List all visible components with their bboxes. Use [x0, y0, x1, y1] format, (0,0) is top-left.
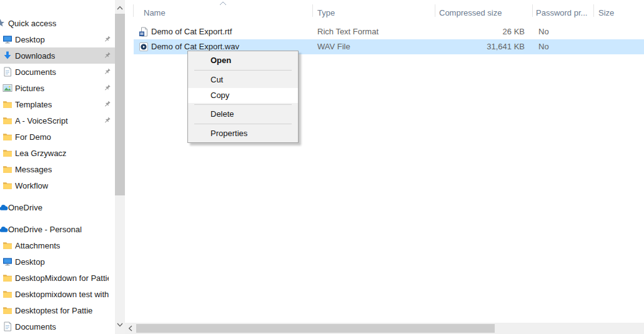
column-resize-handle[interactable] [133, 4, 134, 17]
folder-icon [2, 164, 12, 174]
file-type: WAV File [317, 39, 350, 54]
scroll-down-icon[interactable] [115, 320, 125, 330]
cloud-icon [0, 225, 7, 233]
file-row-demo-of-cat-export-rtf[interactable]: Demo of Cat Export.rtfRich Text Format26… [134, 24, 644, 39]
cloud-icon [0, 203, 7, 212]
quick-access-star-icon [0, 19, 5, 28]
sidebar-item-desktopmixdown-test-with-pl[interactable]: Desktopmixdown test with Pl [0, 286, 115, 302]
sidebar-item-desktoptest-for-pattie[interactable]: Desktoptest for Pattie [0, 302, 115, 318]
sidebar-item-for-demo[interactable]: For Demo [0, 129, 115, 145]
sidebar-item-label: Lea Grzywacz [15, 149, 66, 158]
sidebar-item-messages[interactable]: Messages [0, 161, 115, 177]
file-type: Rich Text Format [317, 24, 379, 39]
sidebar-item-onedrive[interactable]: OneDrive [0, 199, 115, 215]
column-resize-handle[interactable] [593, 4, 594, 17]
sidebar-item-label: Messages [15, 165, 52, 174]
sidebar-item-quick-access[interactable]: Quick access [0, 15, 115, 31]
column-header-size[interactable]: Size [598, 5, 614, 21]
sidebar-scrollbar-thumb[interactable] [115, 14, 125, 195]
sidebar-item-label: Attachments [15, 241, 60, 250]
context-menu-item-delete[interactable]: Delete [188, 106, 298, 122]
folder-icon [2, 273, 12, 283]
sidebar-item-documents[interactable]: Documents [0, 64, 115, 80]
file-password-protected: No [538, 24, 549, 39]
column-resize-handle[interactable] [532, 4, 533, 17]
sidebar-item-label: Quick access [8, 19, 56, 28]
folder-icon [2, 240, 12, 250]
desktop-icon [2, 34, 12, 44]
column-resize-handle[interactable] [312, 4, 313, 17]
sidebar-item-onedrive-personal[interactable]: OneDrive - Personal [0, 221, 115, 237]
column-header-type[interactable]: Type [317, 5, 335, 21]
pin-icon [103, 101, 111, 109]
sidebar-scrollbar[interactable] [115, 0, 125, 334]
navigation-pane: Quick accessDesktopDownloadsDocumentsPic… [0, 0, 115, 334]
folder-icon [2, 99, 12, 109]
pin-icon [103, 84, 111, 92]
context-menu-item-copy[interactable]: Copy [188, 88, 298, 103]
file-name: Demo of Cat Export.rtf [151, 24, 232, 39]
picture-icon [2, 83, 12, 93]
sidebar-item-label: Desktopmixdown test with Pl [15, 290, 109, 299]
pin-icon [103, 68, 111, 76]
sidebar-item-label: DesktopMixdown for Pattie [15, 273, 109, 283]
context-menu-item-open[interactable]: Open [188, 52, 298, 69]
context-menu-item-cut[interactable]: Cut [188, 72, 298, 88]
folder-icon [2, 289, 12, 299]
sidebar-item-label: Templates [15, 100, 52, 109]
context-menu-separator [194, 104, 292, 105]
sidebar-item-templates[interactable]: Templates [0, 96, 115, 112]
pin-icon [103, 36, 111, 44]
sidebar-item-label: Workflow [15, 181, 48, 190]
sidebar-item-desktop[interactable]: Desktop [0, 31, 115, 47]
sidebar-item-documents[interactable]: Documents [0, 318, 115, 334]
document-icon [2, 322, 12, 332]
sidebar-item-label: Desktop [15, 35, 45, 44]
sidebar-item-label: Documents [15, 67, 56, 77]
folder-icon [2, 132, 12, 142]
desktop-icon [2, 257, 12, 267]
context-menu-item-properties[interactable]: Properties [188, 125, 298, 142]
scroll-left-icon[interactable] [125, 323, 136, 334]
column-header-compressed-size[interactable]: Compressed size [439, 5, 502, 21]
sidebar-item-label: A - VoiceScript [15, 116, 68, 125]
folder-icon [2, 115, 12, 125]
file-compressed-size: 26 KB [435, 24, 525, 39]
sidebar-item-label: Desktoptest for Pattie [15, 306, 92, 315]
sidebar-item-label: OneDrive - Personal [8, 225, 82, 234]
sidebar-item-label: Documents [15, 322, 56, 332]
sidebar-item-desktop[interactable]: Desktop [0, 253, 115, 270]
wav-file-icon [139, 42, 149, 52]
sidebar-item-label: Pictures [15, 84, 44, 93]
scroll-up-icon[interactable] [115, 2, 125, 12]
folder-icon [2, 180, 12, 190]
sidebar-item-workflow[interactable]: Workflow [0, 177, 115, 194]
sidebar-item-label: For Demo [15, 132, 51, 142]
rtf-file-icon [139, 27, 149, 37]
downloads-icon [2, 51, 12, 61]
context-menu: OpenCutCopyDeleteProperties [187, 51, 299, 143]
sidebar-item-a-voicescript[interactable]: A - VoiceScript [0, 112, 115, 129]
sidebar-item-downloads[interactable]: Downloads [0, 47, 115, 64]
sidebar-item-pictures[interactable]: Pictures [0, 80, 115, 96]
horizontal-scrollbar-thumb[interactable] [136, 324, 495, 333]
pin-icon [103, 52, 111, 60]
column-resize-handle[interactable] [435, 4, 435, 17]
horizontal-scrollbar[interactable] [125, 323, 644, 334]
pin-icon [103, 117, 111, 125]
sort-ascending-icon [219, 1, 227, 6]
context-menu-separator [194, 70, 292, 71]
column-header-name[interactable]: Name [144, 5, 166, 21]
column-header-password-pr[interactable]: Password pr... [536, 5, 587, 21]
folder-icon [2, 305, 12, 315]
document-icon [2, 67, 12, 77]
sidebar-item-label: OneDrive [8, 203, 42, 212]
file-compressed-size: 31,641 KB [435, 39, 525, 54]
context-menu-separator [194, 124, 292, 124]
sidebar-item-desktopmixdown-for-pattie[interactable]: DesktopMixdown for Pattie [0, 270, 115, 286]
sidebar-item-label: Downloads [15, 51, 55, 61]
file-password-protected: No [538, 39, 549, 54]
sidebar-item-lea-grzywacz[interactable]: Lea Grzywacz [0, 145, 115, 161]
folder-icon [2, 148, 12, 158]
sidebar-item-attachments[interactable]: Attachments [0, 237, 115, 253]
